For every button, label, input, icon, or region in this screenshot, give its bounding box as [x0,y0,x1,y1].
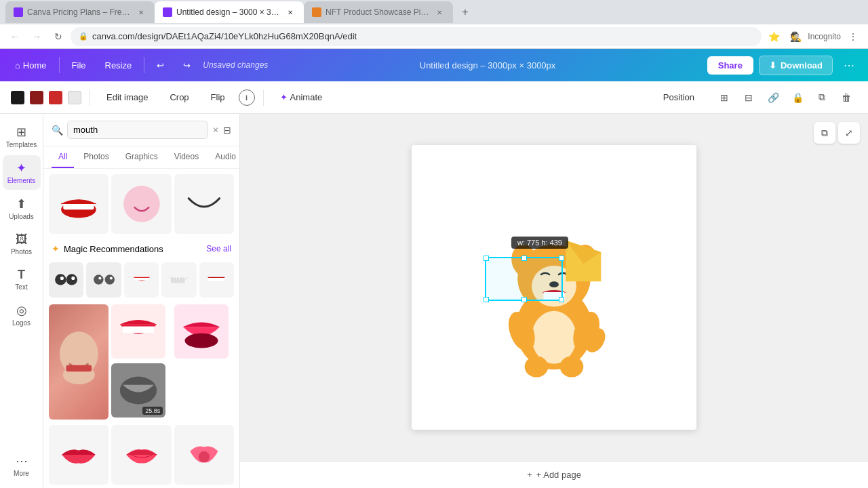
uploads-icon: ⬆ [16,197,26,211]
graphic-item-7[interactable] [49,425,108,485]
copy-icon[interactable]: ⧉ [811,87,833,108]
panel-tab-videos[interactable]: Videos [167,146,205,168]
photo-item-3[interactable] [174,304,229,359]
download-label: Download [781,60,823,70]
color-swatch-2[interactable] [30,91,43,104]
sidebar-item-text[interactable]: T Text [3,262,41,296]
crop-button[interactable]: Crop [161,89,197,106]
canvas[interactable]: w: 775 h: 439 [412,145,696,430]
elements-panel: 🔍 ✕ ⊟ All Photos Graphics Videos Audio [43,114,240,488]
color-swatch-4[interactable] [68,91,81,104]
edit-image-button[interactable]: Edit image [98,89,156,106]
trash-icon[interactable]: 🗑 [835,87,857,108]
color-swatch-1[interactable] [11,91,24,104]
mouth-item-2[interactable] [111,174,171,234]
address-bar[interactable]: 🔒 canva.com/design/DAEt1AQaZi4/10eYLk0hz… [71,27,762,46]
photo-item-2[interactable] [111,304,165,359]
tab-close-1[interactable]: ✕ [136,7,146,18]
download-button[interactable]: ⬇ Download [759,56,833,75]
more-icon: ⋯ [16,453,28,468]
link-icon[interactable]: 🔗 [762,87,784,108]
resize-handle-tr[interactable] [559,256,564,261]
redo-button[interactable]: ↪ [176,58,197,73]
extensions-button[interactable]: ⭐ [764,27,783,46]
add-page-icon: + [527,470,532,480]
tab-close-3[interactable]: ✕ [434,7,445,18]
graphic-item-8[interactable] [111,425,171,485]
resize-handle-br[interactable] [559,297,564,302]
flip-button[interactable]: Flip [203,89,233,106]
browser-tab-3[interactable]: NFT Product Showcase Pixel Art ... ✕ [304,1,453,23]
tab-close-2[interactable]: ✕ [285,7,296,18]
mouth-item-3[interactable] [174,174,234,234]
search-clear-button[interactable]: ✕ [212,125,219,135]
svg-rect-18 [208,278,224,281]
color-swatch-3[interactable] [49,91,62,104]
incognito-button[interactable]: 🕵 [786,27,805,46]
tab-title-3: NFT Product Showcase Pixel Art ... [326,7,430,17]
search-input[interactable] [67,121,208,139]
magic-star-icon: ✦ [52,243,60,254]
home-button[interactable]: ⌂ Home [8,58,54,73]
forward-button[interactable]: → [27,27,46,46]
elements-icon: ✦ [16,161,26,176]
new-tab-button[interactable]: + [456,3,475,22]
sidebar-item-templates[interactable]: ⊞ Templates [3,119,41,154]
panel-tab-all[interactable]: All [52,146,74,168]
reload-button[interactable]: ↻ [49,27,68,46]
mouth-graphic-1 [58,183,100,225]
more-options-button[interactable]: ⋯ [838,54,860,76]
animate-button[interactable]: ✦ Animate [272,89,331,106]
sidebar-item-uploads[interactable]: ⬆ Uploads [3,191,41,226]
add-page-footer[interactable]: + + Add page [240,461,868,488]
panel-tab-graphics[interactable]: Graphics [119,146,165,168]
canvas-expand-button[interactable]: ⤢ [838,122,860,144]
unsaved-label: Unsaved changes [203,60,268,70]
back-button[interactable]: ← [5,27,24,46]
mouth-item-1[interactable] [49,174,108,234]
browser-menu-button[interactable]: ⋮ [844,27,863,46]
browser-tab-2[interactable]: Untitled design – 3000 × 3000px ✕ [155,1,304,23]
magic-item-4[interactable] [161,262,196,297]
see-all-button[interactable]: See all [206,244,231,253]
sidebar-item-logos[interactable]: ◎ Logos [3,298,41,332]
sidebar-item-elements[interactable]: ✦ Elements [3,155,41,190]
home-label: Home [23,60,47,70]
lock-icon2[interactable]: 🔒 [787,87,808,108]
info-button[interactable]: i [239,89,255,106]
panel-tab-photos[interactable]: Photos [77,146,115,168]
magic-item-3[interactable] [124,262,159,297]
photo-item-tall[interactable] [49,304,108,420]
position-button[interactable]: Position [655,89,703,106]
resize-handle-tl[interactable] [484,256,489,261]
text-icon: T [18,268,25,282]
svg-point-7 [94,275,103,285]
resize-handle-bm[interactable] [521,297,527,302]
sidebar-item-photos[interactable]: 🖼 Photos [3,227,41,261]
resize-handle-bl[interactable] [484,297,489,302]
sidebar-label-photos: Photos [11,248,32,256]
add-page-label: + Add page [536,470,581,480]
resize-button[interactable]: Resize [98,58,139,73]
sidebar: ⊞ Templates ✦ Elements ⬆ Uploads 🖼 Photo… [0,114,43,488]
crop-label: Crop [170,92,189,102]
browser-chrome: Canva Pricing Plans – Free, Pro &... ✕ U… [0,0,868,49]
sidebar-item-more[interactable]: ⋯ More [3,448,41,483]
magic-item-5[interactable] [199,262,234,297]
magic-recs-label: Magic Recommendations [64,244,163,254]
grid-icon[interactable]: ⊟ [738,87,760,108]
search-filter-button[interactable]: ⊟ [223,125,231,136]
resize-handle-tm[interactable] [521,256,527,261]
canvas-copy-button[interactable]: ⧉ [814,122,835,144]
magic-item-2[interactable] [86,262,121,297]
magic-item-1[interactable] [49,262,83,297]
undo-button[interactable]: ↩ [150,58,171,73]
graphic-item-9[interactable] [174,425,234,485]
share-button[interactable]: Share [707,56,753,75]
browser-tab-1[interactable]: Canva Pricing Plans – Free, Pro &... ✕ [5,1,155,23]
file-button[interactable]: File [65,58,93,73]
graphic-grid-2 [49,425,234,485]
filter-icon[interactable]: ⊞ [713,87,735,108]
photo-item-video[interactable]: 25.8s [111,363,165,418]
panel-tab-audio[interactable]: Audio [208,146,240,168]
